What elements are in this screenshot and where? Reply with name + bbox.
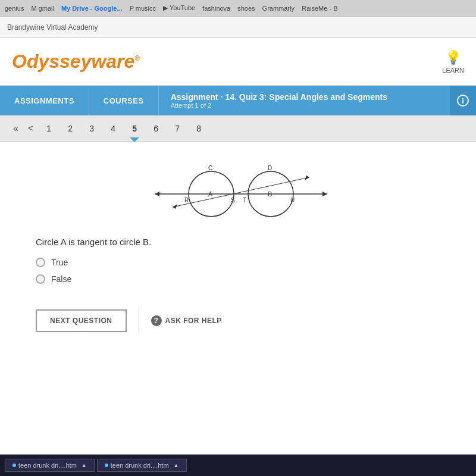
lightbulb-icon: 💡 — [445, 50, 461, 65]
question-text: Circle A is tangent to circle B. — [36, 237, 440, 247]
browser-tabs: genius M gmail My Drive - Google... P mu… — [0, 0, 476, 17]
svg-text:R: R — [184, 197, 189, 203]
learn-label: LEARN — [442, 67, 464, 74]
diagram-container: A B C D R S T U — [36, 159, 440, 225]
svg-text:S: S — [231, 197, 235, 203]
address-bar: Brandywine Virtual Academy — [0, 17, 476, 38]
page-1[interactable]: 1 — [39, 120, 58, 137]
next-question-button[interactable]: NEXT QUESTION — [36, 309, 127, 332]
svg-marker-2 — [322, 192, 327, 196]
address-text: Brandywine Virtual Academy — [7, 23, 98, 32]
page-3[interactable]: 3 — [82, 120, 101, 137]
svg-line-13 — [173, 177, 309, 207]
tab-gmail[interactable]: M gmail — [31, 5, 54, 12]
tab-grammarly[interactable]: Grammarly — [262, 5, 295, 12]
help-icon: ? — [151, 315, 162, 326]
taskbar-chevron-2: ▲ — [174, 462, 179, 468]
taskbar-dot-2 — [105, 464, 108, 467]
pagination-bar: « < 1 2 3 4 5 6 7 8 — [0, 115, 476, 142]
radio-true[interactable] — [36, 258, 45, 267]
tab-youtube[interactable]: ▶ YouTube — [163, 4, 195, 12]
option-true-label: True — [51, 258, 68, 267]
option-false[interactable]: False — [36, 274, 440, 284]
nav-bar: ASSIGNMENTS COURSES Assignment · 14. Qui… — [0, 86, 476, 115]
option-true[interactable]: True — [36, 258, 440, 267]
page-back-double-button[interactable]: « — [10, 121, 22, 136]
tab-shoes[interactable]: shoes — [237, 5, 255, 12]
taskbar-item-2[interactable]: teen drunk dri....htm ▲ — [97, 459, 187, 472]
learn-button[interactable]: 💡 LEARN — [442, 50, 464, 74]
svg-marker-1 — [155, 192, 159, 196]
tab-fashinova[interactable]: fashinova — [202, 5, 230, 12]
page-back-button[interactable]: < — [24, 121, 37, 136]
page-7[interactable]: 7 — [168, 120, 187, 137]
svg-text:T: T — [243, 197, 246, 203]
svg-text:C: C — [208, 165, 212, 171]
tab-musicc[interactable]: P musicc — [130, 5, 156, 12]
assignment-title: Assignment · 14. Quiz 3: Special Angles … — [171, 92, 438, 102]
page-8[interactable]: 8 — [189, 120, 208, 137]
page-2[interactable]: 2 — [61, 120, 80, 137]
radio-false[interactable] — [36, 274, 45, 284]
ask-help-button[interactable]: ? ASK FOR HELP — [151, 315, 222, 326]
taskbar-dot-1 — [12, 464, 16, 467]
page-4[interactable]: 4 — [104, 120, 123, 137]
tab-mydrive[interactable]: My Drive - Google... — [61, 5, 123, 12]
assignments-nav[interactable]: ASSIGNMENTS — [0, 86, 89, 115]
site-header: Odysseyware® 💡 LEARN — [0, 38, 476, 86]
svg-text:D: D — [268, 165, 272, 171]
action-divider — [139, 309, 139, 333]
main-content: Odysseyware® 💡 LEARN ASSIGNMENTS COURSES… — [0, 38, 476, 476]
quiz-area: A B C D R S T U — [0, 142, 476, 454]
bottom-actions: NEXT QUESTION ? ASK FOR HELP — [36, 309, 440, 333]
svg-text:B: B — [268, 190, 272, 198]
page-5-active[interactable]: 5 — [125, 120, 144, 137]
assignment-info: Assignment · 14. Quiz 3: Special Angles … — [159, 86, 450, 115]
circles-diagram: A B C D R S T U — [143, 159, 333, 225]
page-6[interactable]: 6 — [146, 120, 165, 137]
attempt-label: Attempt 1 of 2 — [171, 102, 438, 109]
info-icon: i — [457, 95, 469, 107]
logo: Odysseyware® — [12, 51, 140, 73]
svg-text:A: A — [208, 190, 213, 198]
taskbar-chevron-1: ▲ — [82, 462, 87, 468]
taskbar-item-1[interactable]: teen drunk dri....htm ▲ — [5, 459, 95, 472]
option-false-label: False — [51, 274, 71, 284]
tab-genius[interactable]: genius — [5, 5, 24, 12]
svg-text:U: U — [290, 197, 295, 203]
courses-nav[interactable]: COURSES — [89, 86, 159, 115]
tab-raiseme[interactable]: RaiseMe - B — [302, 5, 338, 12]
taskbar: teen drunk dri....htm ▲ teen drunk dri..… — [0, 455, 476, 476]
info-button[interactable]: i — [450, 86, 476, 115]
